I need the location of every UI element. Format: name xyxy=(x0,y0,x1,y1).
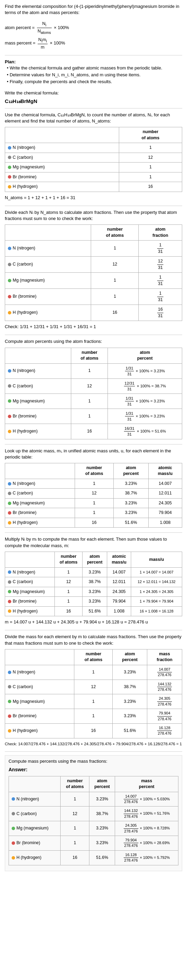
table-row: Br (bromine) 1 131 xyxy=(5,289,182,305)
natoms-cell: 1 xyxy=(74,694,113,709)
intro-text: Find the elemental composition for (4-(1… xyxy=(5,3,182,16)
natoms-cell: 1 xyxy=(71,393,108,409)
element-cell: N (nitrogen) xyxy=(5,240,91,257)
plan-section: Plan: Write the chemical formula and gat… xyxy=(5,59,182,85)
table-row: Br (bromine) 1 1/3131 × 100% = 3.23% xyxy=(5,409,182,424)
element-label: N (nitrogen) xyxy=(13,246,35,250)
element-dot xyxy=(8,700,11,703)
mf-cell: 79.904278.476 xyxy=(147,709,182,724)
table3-col-element xyxy=(5,348,71,363)
element-dot xyxy=(8,685,11,689)
ap-cell: 3.23% xyxy=(114,498,149,508)
natoms-cell: 1 xyxy=(61,821,90,836)
divider-7 xyxy=(5,630,182,630)
element-cell: C (carbon) xyxy=(5,257,91,273)
table-row: N (nitrogen) 1 3.23% 14.007 1 × 14.007 =… xyxy=(5,567,182,577)
element-label: C (carbon) xyxy=(16,811,37,816)
element-cell: C (carbon) xyxy=(5,679,74,694)
element-label: Mg (magnesium) xyxy=(13,589,45,594)
check2: Check: 1/31 + 12/31 + 1/31 + 1/31 + 16/3… xyxy=(5,324,182,330)
natoms-cell: 1 xyxy=(71,363,108,379)
element-cell: Br (bromine) xyxy=(5,597,55,607)
element-label: N (nitrogen) xyxy=(13,481,35,486)
element-cell: H (hydrogen) xyxy=(5,182,119,192)
element-label: Br (bromine) xyxy=(13,414,36,418)
natoms-cell: 1 xyxy=(74,709,113,724)
table5-col-natoms: numberof atoms xyxy=(55,552,82,567)
table-row: Mg (magnesium) 1 131 xyxy=(5,273,182,289)
element-label: C (carbon) xyxy=(13,155,33,160)
element-label: C (carbon) xyxy=(13,262,33,267)
element-cell: H (hydrogen) xyxy=(5,606,55,616)
element-dot xyxy=(8,415,11,418)
ap-cell: 3.23% xyxy=(113,665,147,679)
divider-8 xyxy=(5,751,182,752)
element-label: Br (bromine) xyxy=(16,840,40,845)
natoms-cell: 12 xyxy=(119,153,182,162)
table4-col-am: atomicmass/u xyxy=(148,463,182,479)
ap-cell: 1/3131 × 100% = 3.23% xyxy=(108,393,182,409)
element-cell: H (hydrogen) xyxy=(5,723,74,738)
natoms-cell: 1 xyxy=(91,273,139,289)
element-dot xyxy=(8,580,11,584)
table1-section: Use the chemical formula, C₁₂H₁₈BrMgN, t… xyxy=(5,112,182,201)
natoms-cell: 1 xyxy=(61,792,90,807)
ap-cell: 3.23% xyxy=(82,597,107,607)
ap-cell: 38.7% xyxy=(90,807,115,821)
element-dot xyxy=(8,600,11,603)
element-label: Mg (magnesium) xyxy=(13,399,45,403)
table6-col-mf: massfraction xyxy=(147,649,182,665)
natoms-cell: 1 xyxy=(91,289,139,305)
table-row: H (hydrogen) 16 51.6% 16.128278.476 xyxy=(5,723,182,738)
divider-1 xyxy=(5,55,182,56)
element-cell: H (hydrogen) xyxy=(5,305,91,321)
table2-header: Divide each Nᵢ by N_atoms to calculate a… xyxy=(5,209,182,222)
element-label: H (hydrogen) xyxy=(13,609,38,614)
intro-section: Find the elemental composition for (4-(1… xyxy=(5,3,182,16)
ap-cell: 38.7% xyxy=(113,679,147,694)
table6-section: Divide the mass for each element by m to… xyxy=(5,634,182,746)
ap-cell: 3.23% xyxy=(114,508,149,518)
plan-step-2: Determine values for N_i, m_i, N_atoms, … xyxy=(7,72,182,78)
element-cell: C (carbon) xyxy=(5,577,55,587)
mass-cell: 16 × 1.008 = 16.128 xyxy=(131,606,182,616)
table4-col-ap: atompercent xyxy=(114,463,149,479)
table-row: C (carbon) 12 1231 xyxy=(5,257,182,273)
element-dot xyxy=(8,671,11,674)
frac-cell: 131 xyxy=(139,240,182,257)
ap-cell: 1/3131 × 100% = 3.23% xyxy=(108,363,182,379)
element-dot xyxy=(8,714,11,718)
element-dot xyxy=(8,430,11,433)
element-label: Br (bromine) xyxy=(13,175,36,179)
table-row: N (nitrogen) 1 3.23% 14.007278.476 × 100… xyxy=(9,792,179,807)
m-eq: m = 14.007 u + 144.132 u + 24.305 u + 79… xyxy=(5,619,182,625)
am-cell: 79.904 xyxy=(148,508,182,518)
element-dot xyxy=(8,511,11,515)
am-cell: 1.008 xyxy=(107,606,131,616)
element-dot xyxy=(12,856,15,859)
table5: numberof atoms atompercent atomicmass/u … xyxy=(5,552,182,617)
natoms-cell: 1 xyxy=(75,508,114,518)
mass-percent-formula: mass percent = Nimi m × 100% xyxy=(5,37,182,50)
natoms-cell: 1 xyxy=(71,409,108,424)
natoms-cell: 16 xyxy=(74,723,113,738)
element-cell: Mg (magnesium) xyxy=(5,694,74,709)
element-label: Mg (magnesium) xyxy=(13,278,45,283)
am-cell: 24.305 xyxy=(148,498,182,508)
element-dot xyxy=(8,156,11,159)
natoms-cell: 1 xyxy=(75,479,114,488)
table-row: N (nitrogen) 1 3.23% 14.007278.476 xyxy=(5,665,182,679)
element-dot xyxy=(8,521,11,525)
table-row: C (carbon) 12 12/3131 × 100% = 38.7% xyxy=(5,379,182,393)
element-cell: C (carbon) xyxy=(9,807,61,821)
ap-cell: 51.6% xyxy=(114,518,149,528)
table6-col-natoms: numberof atoms xyxy=(74,649,113,665)
element-dot xyxy=(8,399,11,403)
table-row: N (nitrogen) 1 1/3131 × 100% = 3.23% xyxy=(5,363,182,379)
mass-cell: 1 × 79.904 = 79.904 xyxy=(131,597,182,607)
element-cell: C (carbon) xyxy=(5,488,75,498)
element-dot xyxy=(8,247,11,250)
mass-cell: 12 × 12.011 = 144.132 xyxy=(131,577,182,587)
element-cell: Mg (magnesium) xyxy=(5,273,91,289)
table2-col-natoms: numberof atoms xyxy=(91,225,139,240)
